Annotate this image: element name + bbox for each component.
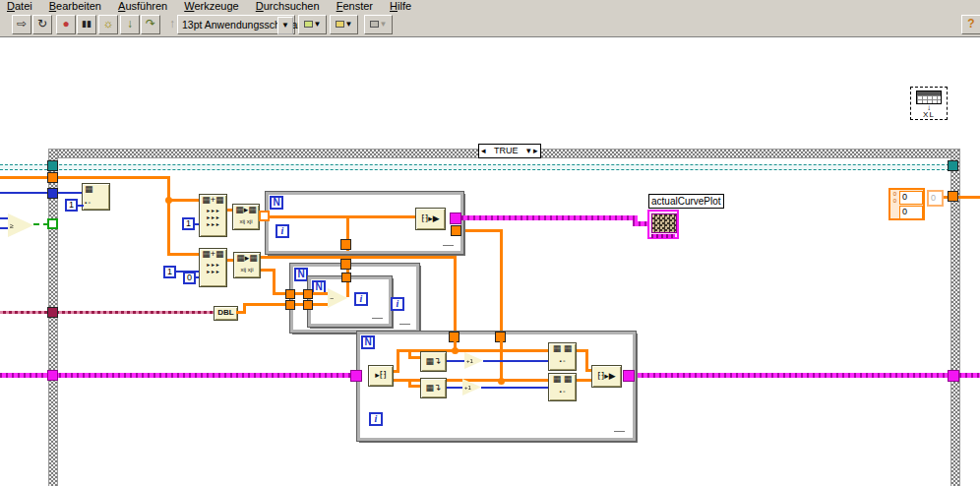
tunnel-orange-loop1-out[interactable] — [451, 225, 461, 236]
case-selector-label[interactable]: ◂ TRUE ▾ ▸ — [478, 144, 541, 158]
array-search-node-2[interactable]: ▦↴ — [420, 378, 447, 398]
menu-ausfuehren[interactable]: Ausführen — [118, 0, 167, 13]
wire-orange-h234 — [463, 229, 503, 232]
insert-into-array-node-1[interactable]: ▦+▦ ▸ ▸ ▸ ▸ ▸ ▸ ▸ ▸ ▸ — [199, 194, 227, 237]
array-search-node-1[interactable]: ▦↴ — [420, 351, 447, 372]
case-dropdown-arrow-icon[interactable]: ▾ — [526, 146, 531, 155]
distribute-objects-button[interactable]: ▼ — [330, 15, 358, 34]
to-double-node[interactable]: DBL — [214, 306, 238, 321]
transpose-array-node-2[interactable]: ▦▸▦ xij xji — [233, 252, 261, 278]
insert-array-icon: ▦+▦ — [200, 249, 226, 259]
loop-count-terminal[interactable]: N — [294, 268, 308, 281]
replace-array-subset-node-1[interactable]: ▦ ▦ ▪ ▫ — [548, 342, 577, 371]
menu-durchsuchen[interactable]: Durchsuchen — [256, 0, 320, 13]
tunnel-pink-right[interactable] — [948, 370, 959, 382]
tunnel-orange-inner-left-1[interactable] — [303, 289, 313, 299]
case-selector-value[interactable]: TRUE — [488, 146, 524, 155]
wire-pink-plot-h2 — [633, 221, 648, 226]
menu-datei[interactable]: Datei — [7, 0, 32, 13]
wire-orange-n2 — [295, 303, 303, 306]
menu-hilfe[interactable]: Hilfe — [390, 0, 411, 13]
align-icon — [304, 21, 313, 28]
tunnel-teal-left[interactable] — [47, 160, 58, 171]
font-selector[interactable]: 13pt Anwendungsschriftart ▼ — [177, 15, 295, 34]
loop-iteration-terminal[interactable]: i — [276, 224, 289, 238]
highlight-execution-button[interactable]: ☼ — [98, 15, 118, 34]
constant-insert1-1[interactable]: 1 — [182, 217, 195, 230]
tunnel-orange-nested-top-inner[interactable] — [341, 273, 351, 282]
array-index-display[interactable]: 00 — [891, 191, 898, 217]
loop-iteration-terminal[interactable]: i — [354, 292, 368, 306]
loop-iteration-terminal[interactable]: i — [369, 412, 383, 426]
tunnel-pink-bottom-out[interactable] — [623, 370, 635, 382]
menu-bearbeiten[interactable]: Bearbeiten — [49, 0, 101, 13]
resize-handle[interactable] — [372, 307, 383, 318]
tunnel-orange-loop1-bottom[interactable] — [340, 239, 351, 250]
case-prev-arrow-icon[interactable]: ◂ — [481, 146, 486, 155]
index-marks-icon: ▪ ▫ — [83, 200, 109, 207]
tunnel-orange-nested-left-2[interactable] — [285, 300, 295, 310]
constant-insert2-0[interactable]: 0 — [183, 272, 196, 284]
tunnel-orange-inner-left-2[interactable] — [303, 300, 313, 310]
replace-array-subset-node-2[interactable]: ▦ ▦ ▪ ▫ — [548, 373, 577, 401]
build-array-node-2[interactable]: ⁅⁆▸▶ — [591, 365, 622, 388]
tunnel-orange-right[interactable] — [948, 191, 958, 202]
loop-count-terminal[interactable]: N — [270, 196, 283, 210]
tunnel-pink-bottom-in[interactable] — [350, 370, 362, 382]
run-continuous-button[interactable]: ↻ — [32, 15, 52, 34]
help-button[interactable]: ? — [961, 15, 980, 34]
tunnel-orange-nested-left-1[interactable] — [285, 289, 295, 299]
transpose-array-node-1[interactable]: ▦▸▦ xij xji — [232, 204, 260, 230]
tunnel-pink-loop1-out[interactable] — [450, 213, 461, 224]
font-dropdown-arrow-icon[interactable]: ▼ — [277, 17, 293, 34]
constant-insert2-1[interactable]: 1 — [163, 266, 176, 278]
export-to-excel-node[interactable]: ↓ XL — [910, 87, 948, 120]
step-over-button[interactable]: ↷ — [141, 15, 160, 34]
pause-button[interactable]: ▮▮ — [77, 15, 96, 34]
align-dropdown-arrow-icon: ▼ — [314, 20, 322, 29]
wire-orange-into-nested2 — [243, 303, 288, 306]
array-constant[interactable]: 00 0 0 — [888, 188, 925, 220]
wire-orange-branch-v — [167, 176, 170, 256]
wire-blue-g4 — [481, 387, 548, 389]
wire-orange-ins2-tr2 — [227, 259, 233, 262]
actual-curve-plot-terminal[interactable] — [647, 210, 679, 239]
greater-equal-node[interactable]: ≥ — [8, 213, 33, 237]
index-array-node[interactable]: ▦ ▪ ▫ — [82, 183, 110, 211]
wire-orange-bot-row — [394, 379, 549, 382]
abort-button[interactable]: ● — [56, 15, 76, 34]
loop-iteration-terminal[interactable]: i — [391, 297, 404, 311]
menu-werkzeuge[interactable]: Werkzeuge — [184, 0, 238, 13]
tunnel-orange-left[interactable] — [47, 172, 58, 183]
tunnel-maroon-left[interactable] — [47, 307, 58, 318]
build-array-node-1[interactable]: ⁅⁆▸▶ — [415, 208, 446, 230]
tunnel-pink-left[interactable] — [47, 370, 58, 381]
run-button[interactable]: ⇨ — [12, 15, 31, 34]
tunnel-blue-left[interactable] — [47, 188, 58, 199]
tunnel-orange-nested-top-outer[interactable] — [340, 259, 351, 270]
array-next-element[interactable]: 0 — [927, 190, 944, 207]
wire-orange-v509 — [500, 229, 503, 336]
case-structure-left-border[interactable] — [49, 150, 57, 486]
loop-count-terminal[interactable]: N — [361, 335, 375, 349]
tunnel-boolean-left[interactable] — [47, 218, 58, 229]
plot-indicator-label[interactable]: actualCurvePlot — [648, 194, 724, 209]
resize-handle[interactable] — [614, 420, 625, 431]
reorder-button[interactable]: ▼ — [364, 15, 393, 34]
insert-rows-icon: ▸ ▸ ▸ — [200, 214, 226, 221]
constant-index-1[interactable]: 1 — [65, 199, 78, 212]
insert-into-array-node-2[interactable]: ▦+▦ ▸ ▸ ▸ ▸ ▸ ▸ — [199, 248, 227, 287]
case-next-arrow-icon[interactable]: ▸ — [533, 146, 538, 155]
wire-junction-dot — [452, 347, 459, 354]
insert-rows-icon: ▸ ▸ ▸ — [200, 262, 226, 269]
array-element-0[interactable]: 0 — [899, 191, 923, 205]
resize-handle[interactable] — [399, 313, 410, 324]
step-into-button[interactable]: ↓ — [120, 15, 140, 34]
menu-fenster[interactable]: Fenster — [337, 0, 373, 13]
align-objects-button[interactable]: ▼ — [298, 15, 327, 34]
unbundle-node[interactable]: ▸⁅⁆ — [368, 365, 394, 387]
array-element-1[interactable]: 0 — [899, 206, 923, 219]
wire-orange-r2 — [577, 379, 592, 382]
tunnel-teal-right[interactable] — [948, 160, 958, 171]
tunnel-indexing-left[interactable] — [259, 211, 270, 221]
